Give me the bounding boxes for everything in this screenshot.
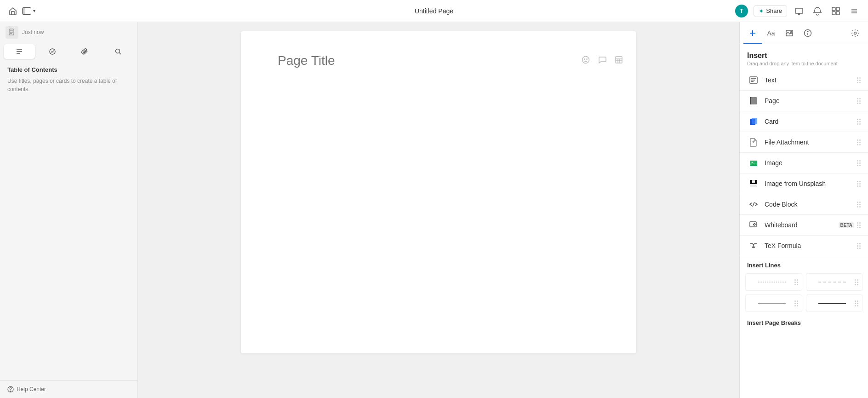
svg-rect-4 [836,12,839,15]
comment-icon[interactable] [596,53,609,66]
chevron-down-icon: ▾ [33,8,35,13]
emoji-icon[interactable] [579,53,592,66]
tasks-toolbar-button[interactable] [37,44,68,59]
topbar-left: ▾ [7,6,35,17]
code-icon [747,198,760,211]
insert-lines-grid [740,271,868,314]
insert-page-breaks-header: Insert Page Breaks [740,314,868,329]
layout-button[interactable] [829,5,842,17]
toc-toolbar-button[interactable] [4,44,35,59]
tab-text-label: Aa [767,29,775,37]
svg-point-22 [587,59,588,60]
insert-item-unsplash-label: Image from Unsplash [765,180,857,187]
image-icon [747,156,760,169]
insert-item-file-attachment[interactable]: File Attachment [740,132,868,153]
sidebar-content: Table of Contents Use titles, pages or c… [0,61,137,380]
main-layout: Just now [0,22,868,398]
svg-point-19 [11,391,11,392]
page-icon [747,94,760,107]
thin-line-preview [749,299,794,308]
search-toolbar-button[interactable] [103,44,134,59]
insert-item-text[interactable]: Text [740,70,868,91]
svg-line-55 [753,202,754,207]
text-icon [747,74,760,87]
drag-handle [857,98,861,104]
sidebar-header: Just now [0,22,137,42]
card-icon [747,115,760,128]
topbar-right: T ✦ Share [735,5,861,17]
svg-point-34 [807,31,808,32]
right-panel-tabs: Aa [740,22,868,44]
editor-area [138,22,739,398]
share-button[interactable]: ✦ Share [754,5,787,17]
home-button[interactable] [7,6,18,17]
page-title-input[interactable] [278,53,600,68]
dotted-line-preview [749,277,794,287]
topbar: ▾ Untitled Page T ✦ Share [0,0,868,22]
tab-text[interactable]: Aa [762,22,780,44]
insert-item-image-label: Image [765,159,857,167]
drag-handle [857,202,861,208]
insert-item-unsplash[interactable]: Image from Unsplash [740,173,868,194]
tab-settings[interactable] [846,22,864,44]
svg-rect-43 [752,118,757,124]
thick-line-item[interactable] [806,294,863,312]
drag-handle [855,279,858,285]
insert-item-tex-formula[interactable]: TeX Formula [740,236,868,256]
svg-line-17 [120,53,121,55]
tab-info[interactable] [799,22,817,44]
thin-line-item[interactable] [745,294,802,312]
drag-handle [855,300,858,306]
svg-rect-48 [750,161,757,163]
svg-rect-0 [795,8,803,13]
insert-item-page[interactable]: Page [740,91,868,111]
insert-item-page-label: Page [765,97,857,104]
insert-item-tex-formula-label: TeX Formula [765,242,857,249]
page-title: Untitled Page [415,7,453,15]
help-center-link[interactable]: Help Center [7,386,130,392]
drag-handle [857,160,861,166]
tab-insert[interactable] [743,22,762,44]
svg-rect-2 [836,7,839,11]
drag-handle [857,119,861,125]
drag-handle [857,77,861,83]
insert-item-code-block-label: Code Block [765,201,857,208]
drag-handle [857,181,861,187]
drag-handle [794,279,798,285]
insert-item-code-block[interactable]: Code Block [740,194,868,215]
svg-point-20 [582,57,589,63]
thick-line-preview [810,299,855,308]
dashed-line-item[interactable] [806,273,863,291]
svg-rect-1 [832,7,835,11]
toc-description: Use titles, pages or cards to create a t… [7,77,130,93]
svg-rect-3 [832,12,835,15]
svg-rect-54 [750,184,757,187]
dashed-line-preview [810,277,855,287]
insert-item-whiteboard[interactable]: Whiteboard BETA [740,215,868,236]
insert-item-text-label: Text [765,76,857,84]
table-icon[interactable] [612,53,625,66]
dotted-line-item[interactable] [745,273,802,291]
whiteboard-beta-badge: BETA [839,222,854,228]
insert-item-image[interactable]: Image [740,153,868,173]
attachments-toolbar-button[interactable] [70,44,101,59]
whiteboard-icon [747,219,760,231]
right-panel-body: Insert Drag and drop any item to the doc… [740,44,868,398]
tab-image[interactable] [780,22,799,44]
svg-rect-23 [616,57,622,63]
sidebar-toggle-icon [22,7,31,15]
sidebar-toggle[interactable]: ▾ [22,7,35,15]
svg-rect-57 [754,223,756,225]
toc-title: Table of Contents [7,66,130,73]
drag-handle [857,139,861,145]
insert-item-card[interactable]: Card [740,111,868,132]
notifications-button[interactable] [811,5,824,17]
insert-item-file-attachment-label: File Attachment [765,138,857,146]
more-button[interactable] [848,5,861,17]
svg-rect-52 [752,180,755,183]
insert-item-whiteboard-label: Whiteboard [765,221,839,229]
editor-paper [241,31,636,353]
svg-point-21 [584,59,585,60]
present-button[interactable] [793,5,805,17]
drag-handle [794,300,798,306]
